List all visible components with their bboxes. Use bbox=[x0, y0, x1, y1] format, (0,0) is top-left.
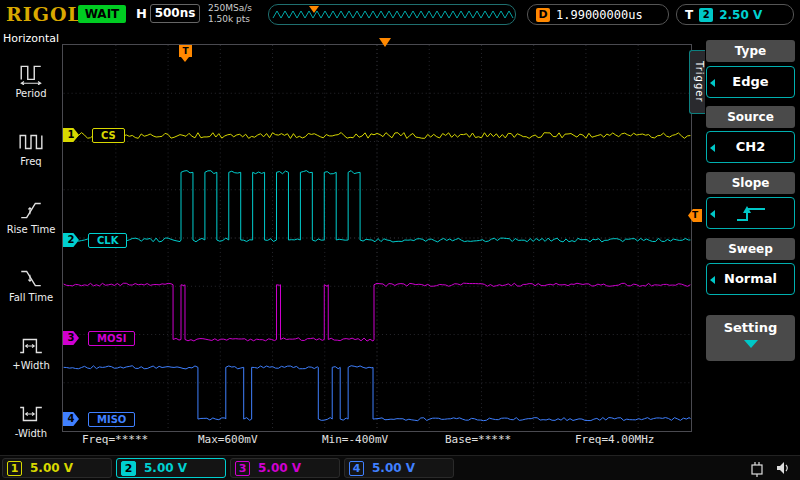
trigger-label: T bbox=[685, 8, 693, 22]
channel-3-scale: 5.00 V bbox=[258, 461, 301, 475]
menu-header-type: Type bbox=[706, 40, 795, 62]
speaker-icon bbox=[774, 459, 792, 477]
delay-value: 1.99000000us bbox=[556, 8, 643, 22]
meas-min: Min=-400mV bbox=[322, 433, 388, 446]
channel-2-scale: 5.00 V bbox=[144, 461, 187, 475]
trace-label-cs[interactable]: CS bbox=[92, 128, 125, 143]
acquisition-status-badge: WAIT bbox=[78, 5, 126, 23]
menu-value-slope[interactable] bbox=[706, 197, 795, 229]
plus-width-icon bbox=[18, 335, 44, 357]
channel-4-status[interactable]: 4 5.00 V bbox=[344, 458, 454, 478]
channel-1-badge: 1 bbox=[7, 461, 22, 476]
trigger-position-flag[interactable]: T bbox=[179, 45, 192, 57]
menu-header-sweep: Sweep bbox=[706, 238, 795, 260]
oscilloscope-screen: RIGOL WAIT H 500ns 250MSa/s 1.50k pts D … bbox=[0, 0, 800, 480]
waveform-display bbox=[63, 45, 691, 431]
menu-header-slope: Slope bbox=[706, 172, 795, 194]
menu-item-label: Rise Time bbox=[7, 224, 56, 235]
channel-1-scale: 5.00 V bbox=[30, 461, 73, 475]
channel-2-badge: 2 bbox=[121, 461, 136, 476]
meas-max: Max=600mV bbox=[198, 433, 258, 446]
usb-icon bbox=[748, 459, 766, 477]
left-menu-title: Horizontal bbox=[0, 32, 62, 45]
measurement-row: Freq=***** Max=600mV Min=-400mV Base=***… bbox=[62, 433, 692, 448]
trace-clk bbox=[64, 171, 691, 242]
menu-setting-button[interactable]: Setting bbox=[706, 315, 795, 361]
memory-waveform-icon bbox=[269, 5, 515, 24]
timebase-readout[interactable]: 500ns bbox=[150, 4, 200, 23]
trace-label-miso[interactable]: MISO bbox=[88, 412, 135, 427]
setting-label: Setting bbox=[706, 320, 795, 335]
menu-item-rise-time[interactable]: Rise Time bbox=[0, 183, 62, 251]
menu-item-period[interactable]: Period bbox=[0, 47, 62, 115]
menu-value-type[interactable]: Edge bbox=[706, 66, 795, 98]
freq-icon bbox=[18, 131, 44, 153]
minus-width-icon bbox=[18, 403, 44, 425]
menu-item-plus-width[interactable]: +Width bbox=[0, 319, 62, 387]
rising-edge-icon bbox=[731, 203, 771, 225]
menu-item-label: Period bbox=[15, 88, 46, 99]
sample-rate-block: 250MSa/s 1.50k pts bbox=[208, 3, 252, 25]
trace-label-clk[interactable]: CLK bbox=[88, 233, 127, 248]
trace-cs bbox=[64, 133, 691, 139]
trigger-source-icon: 2 bbox=[699, 8, 713, 22]
meas-base: Base=***** bbox=[445, 433, 511, 446]
fall-time-icon bbox=[18, 267, 44, 289]
rise-time-icon bbox=[18, 199, 44, 221]
channel-4-badge: 4 bbox=[349, 461, 364, 476]
left-menu: Horizontal Period Freq Rise Time bbox=[0, 28, 62, 455]
delay-readout[interactable]: D 1.99000000us bbox=[527, 4, 669, 25]
menu-header-source: Source bbox=[706, 106, 795, 128]
trace-miso bbox=[64, 366, 691, 421]
menu-item-fall-time[interactable]: Fall Time bbox=[0, 251, 62, 319]
meas-freq-1: Freq=***** bbox=[82, 433, 148, 446]
delay-position-marker-icon[interactable] bbox=[379, 38, 391, 47]
memory-position-marker-icon bbox=[309, 6, 319, 13]
menu-item-minus-width[interactable]: -Width bbox=[0, 387, 62, 455]
graticule bbox=[62, 44, 692, 432]
channel-4-scale: 5.00 V bbox=[372, 461, 415, 475]
trace-label-mosi[interactable]: MOSI bbox=[88, 331, 135, 346]
menu-item-label: -Width bbox=[15, 428, 47, 439]
sample-rate: 250MSa/s bbox=[208, 3, 252, 14]
trigger-readout[interactable]: T 2 2.50 V bbox=[676, 4, 794, 25]
channel-2-status[interactable]: 2 5.00 V bbox=[116, 458, 226, 478]
channel-1-status[interactable]: 1 5.00 V bbox=[2, 458, 112, 478]
delay-icon: D bbox=[536, 8, 550, 22]
menu-item-label: Freq bbox=[20, 156, 41, 167]
trigger-menu-tab[interactable]: Trigger bbox=[689, 50, 705, 114]
menu-value-source[interactable]: CH2 bbox=[706, 131, 795, 163]
period-icon bbox=[18, 63, 44, 85]
bottom-status-bar: 1 5.00 V 2 5.00 V 3 5.00 V 4 5.00 V bbox=[0, 455, 800, 480]
menu-value-sweep[interactable]: Normal bbox=[706, 263, 795, 295]
menu-item-label: Fall Time bbox=[9, 292, 53, 303]
memory-depth: 1.50k pts bbox=[208, 14, 252, 25]
trigger-level-value: 2.50 V bbox=[719, 8, 762, 22]
meas-freq-2: Freq=4.00MHz bbox=[575, 433, 654, 446]
memory-waveform-strip[interactable] bbox=[268, 4, 516, 25]
menu-item-label: +Width bbox=[12, 360, 49, 371]
menu-item-freq[interactable]: Freq bbox=[0, 115, 62, 183]
rigol-logo: RIGOL bbox=[6, 3, 82, 25]
horizontal-label: H bbox=[136, 6, 147, 21]
chevron-down-icon bbox=[744, 340, 758, 348]
channel-3-badge: 3 bbox=[235, 461, 250, 476]
channel-3-status[interactable]: 3 5.00 V bbox=[230, 458, 340, 478]
